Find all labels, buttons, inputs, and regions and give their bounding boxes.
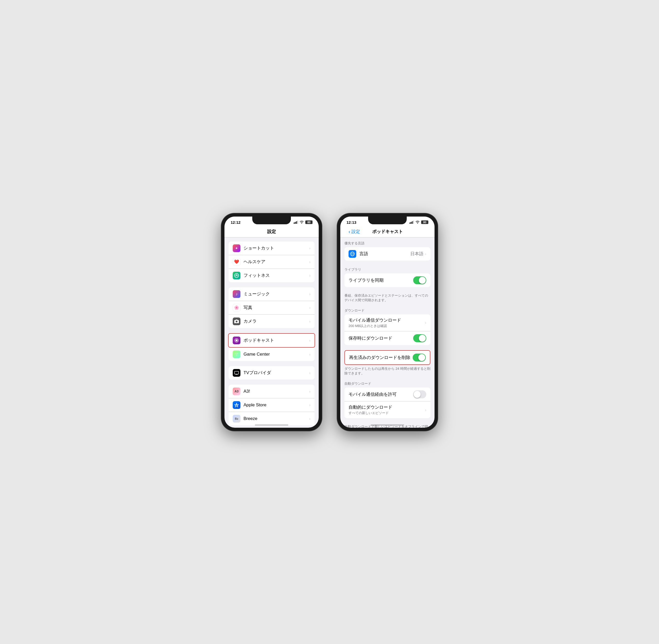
row-label: TVプロバイダ <box>243 370 309 376</box>
tv-icon <box>233 369 240 377</box>
list-item[interactable]: モバイル通信ダウンロード 200 MB以上のときは確認 › <box>345 315 430 331</box>
settings-group-1: ✦ ショートカット › ❤️ ヘルスケア › <box>229 242 314 282</box>
list-item[interactable]: フィットネス › <box>229 269 314 282</box>
notch <box>252 216 291 224</box>
save-download-toggle[interactable] <box>413 334 426 342</box>
health-icon: ❤️ <box>233 258 240 266</box>
chevron-icon: › <box>309 306 310 310</box>
row-label: 保存時にダウンロード <box>349 335 413 341</box>
sync-library-toggle[interactable] <box>413 276 426 284</box>
chevron-icon: › <box>425 408 426 412</box>
svg-point-10 <box>236 354 237 355</box>
podcast-settings-list: 優先する言語 言語 日本語 › ライブラリ <box>340 237 434 428</box>
back-button[interactable]: ‹ 設定 <box>349 229 360 235</box>
list-item[interactable]: Bz Breeze › <box>229 412 314 426</box>
row-label: ポッドキャスト <box>243 337 309 343</box>
chevron-icon: › <box>309 273 310 278</box>
row-sublabel: すべての新しいエピソード <box>349 411 425 415</box>
chevron-icon: › <box>309 319 310 323</box>
list-item[interactable]: TVプロバイダ › <box>229 366 314 380</box>
settings-group-4: TVプロバイダ › <box>229 366 314 380</box>
toggle-knob <box>419 335 426 342</box>
screen-inner-right: 12:13 <box>340 216 434 428</box>
notch-right <box>368 216 407 224</box>
chevron-icon: › <box>309 260 310 264</box>
svg-rect-19 <box>411 222 411 224</box>
list-item[interactable]: 自動的にダウンロード すべての新しいエピソード › <box>345 401 430 418</box>
list-item[interactable]: ❤️ ヘルスケア › <box>229 255 314 269</box>
time-left: 12:12 <box>231 220 240 225</box>
row-label: A3! <box>243 389 309 394</box>
svg-point-8 <box>236 353 236 354</box>
left-phone-screen: 12:12 <box>225 216 319 428</box>
home-indicator-left <box>255 424 288 426</box>
delete-played-toggle[interactable] <box>413 353 426 362</box>
row-label: フィットネス <box>243 272 309 278</box>
mobile-auto-toggle[interactable] <box>413 390 426 398</box>
svg-rect-20 <box>412 222 413 224</box>
svg-rect-12 <box>236 374 238 375</box>
page-title-right: ポッドキャスト <box>372 229 403 235</box>
chevron-icon: › <box>309 417 310 421</box>
row-label: Game Center <box>243 352 309 357</box>
list-item[interactable]: Game Center › <box>229 348 314 361</box>
appstore-icon <box>233 401 240 409</box>
row-value: 日本語 <box>410 251 423 257</box>
row-label: カメラ <box>243 318 309 324</box>
list-item[interactable]: Apple Store › <box>229 398 314 412</box>
list-item[interactable]: A3 A3! › <box>229 385 314 398</box>
a3-icon: A3 <box>233 388 240 395</box>
svg-point-9 <box>237 353 238 354</box>
row-label: 自動的にダウンロード <box>349 404 425 410</box>
library-note: 番組、保存済みエピソードとステーションは、すべてのデバイス間で同期されます。 <box>340 292 434 305</box>
row-label: 写真 <box>243 305 309 310</box>
list-item[interactable]: ✦ ショートカット › <box>229 242 314 255</box>
toggle-knob <box>418 354 425 361</box>
left-phone-frame: 12:12 <box>221 213 322 431</box>
status-icons-right: 80 <box>409 221 428 224</box>
breeze-icon: Bz <box>233 415 240 422</box>
svg-point-7 <box>235 352 239 356</box>
row-label: Apple Store <box>243 402 309 408</box>
list-item: モバイル通信経由を許可 <box>345 388 430 401</box>
nav-container-left: 設定 <box>229 229 314 235</box>
library-group: ライブラリを同期 <box>345 273 430 287</box>
back-label: 設定 <box>351 229 360 235</box>
delete-played-wrapper: 再生済みのダウンロードを削除 <box>345 350 430 365</box>
svg-rect-0 <box>294 223 295 224</box>
toggle-knob <box>419 277 426 284</box>
chevron-icon: › <box>309 403 310 407</box>
row-label: ミュージック <box>243 291 309 297</box>
chevron-icon: › <box>425 252 426 256</box>
row-label: モバイル通信経由を許可 <box>349 391 413 397</box>
chevron-icon: › <box>309 352 310 356</box>
right-phone: 12:13 <box>337 213 438 431</box>
list-item[interactable]: カメラ › <box>229 315 314 328</box>
podcast-row[interactable]: ポッドキャスト › <box>229 334 314 347</box>
gamecenter-icon <box>233 350 240 358</box>
list-item[interactable]: 🌸 写真 › <box>229 301 314 315</box>
list-item[interactable]: 言語 日本語 › <box>345 247 430 260</box>
row-label: ヘルスケア <box>243 259 309 265</box>
list-item[interactable]: ♪ ミュージック › <box>229 288 314 301</box>
nav-container-right: ‹ 設定 ポッドキャスト <box>345 229 430 235</box>
svg-rect-21 <box>413 221 414 224</box>
chevron-icon: › <box>309 371 310 375</box>
signal-icon-right <box>409 221 414 224</box>
section-header: 自動ダウンロード <box>340 380 434 388</box>
row-label: Breeze <box>243 416 309 421</box>
list-item: ライブラリを同期 <box>345 273 430 287</box>
row-label: ライブラリを同期 <box>349 277 413 283</box>
chevron-icon: › <box>309 246 310 250</box>
left-phone: 12:12 <box>221 213 322 431</box>
section-header: 優先する言語 <box>340 239 434 247</box>
download-group: モバイル通信ダウンロード 200 MB以上のときは確認 › 保存時にダウンロード <box>345 315 430 345</box>
toggle-knob <box>414 391 421 398</box>
wifi-icon-right <box>416 221 420 224</box>
svg-rect-3 <box>297 221 298 224</box>
nav-bar-right: ‹ 設定 ポッドキャスト <box>340 226 434 237</box>
battery-icon-left: 80 <box>305 221 312 224</box>
home-indicator-right <box>371 424 404 426</box>
list-item: 保存時にダウンロード <box>345 331 430 345</box>
auto-download-group: モバイル通信経由を許可 自動的にダウンロード すべての新しいエピソード › <box>345 388 430 418</box>
